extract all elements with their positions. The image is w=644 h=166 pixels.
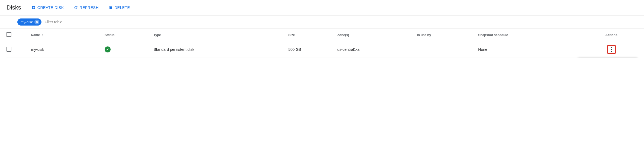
disk-snapshot: None [478,47,487,52]
th-type-label: Type [153,33,161,37]
th-status: Status [105,29,154,41]
disk-type: Standard persistent disk [153,47,194,52]
row-status-cell: ✓ [105,41,154,58]
th-actions: Actions [588,29,637,41]
table-header-row: Name ↑ Status Type Size Zone(s) In use b… [7,29,637,41]
row-inuse-cell [417,41,478,58]
th-zone: Zone(s) [337,29,417,41]
status-ok-icon: ✓ [105,46,111,52]
row-name-cell: my-disk [31,41,104,58]
toolbar: Disks CREATE DISK REFRESH DELETE [0,0,644,15]
disk-size: 500 GB [288,47,301,52]
th-size: Size [288,29,337,41]
filter-menu-button[interactable] [7,18,14,26]
th-name: Name ↑ [31,29,104,41]
row-checkbox[interactable] [7,47,11,52]
refresh-icon [74,5,78,10]
th-type: Type [153,29,288,41]
th-name-label: Name [31,33,40,37]
row-actions-button[interactable]: ⋮ [607,45,616,54]
th-checkbox [7,29,31,41]
filter-input[interactable] [45,20,92,24]
row-checkbox-cell [7,41,31,58]
disk-name: my-disk [31,47,44,52]
refresh-button[interactable]: REFRESH [70,3,102,12]
th-zone-label: Zone(s) [337,33,349,37]
sort-icon: ↑ [42,33,43,37]
row-snapshot-cell: None [478,41,588,58]
th-status-label: Status [105,33,115,37]
row-zone-cell: us-central1-a [337,41,417,58]
th-size-label: Size [288,33,295,37]
disks-table: Name ↑ Status Type Size Zone(s) In use b… [7,29,637,58]
filter-chip-label: my-disk [21,20,33,24]
disk-zone: us-central1-a [337,47,359,52]
actions-dropdown-menu: Create instance Create snapshot [578,58,637,58]
th-snapshot: Snapshot schedule [478,29,588,41]
page-title: Disks [7,4,21,11]
refresh-label: REFRESH [80,5,99,10]
create-disk-button[interactable]: CREATE DISK [28,3,68,12]
th-snapshot-label: Snapshot schedule [478,33,508,37]
th-inuse-label: In use by [417,33,431,37]
th-inuse: In use by [417,29,478,41]
filter-chip-close-button[interactable]: ✕ [34,20,39,24]
create-disk-label: CREATE DISK [37,5,64,10]
select-all-checkbox[interactable] [7,32,11,37]
row-size-cell: 500 GB [288,41,337,58]
delete-icon [108,5,113,10]
filter-row: my-disk ✕ [0,15,644,29]
delete-button[interactable]: DELETE [105,3,134,12]
table-row: my-disk ✓ Standard persistent disk 500 G… [7,41,637,58]
th-actions-label: Actions [606,33,617,37]
row-actions-cell: ⋮ Create instance [588,41,637,58]
table-container: Name ↑ Status Type Size Zone(s) In use b… [0,29,644,58]
filter-chip: my-disk ✕ [17,18,41,26]
delete-label: DELETE [114,5,130,10]
create-disk-icon [31,5,36,10]
row-type-cell: Standard persistent disk [153,41,288,58]
